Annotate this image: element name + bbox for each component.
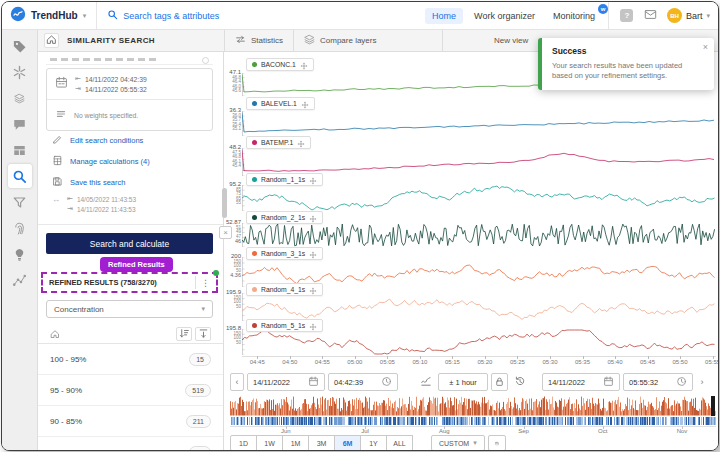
tab-compare-layers[interactable]: Compare layers: [294, 30, 386, 52]
series-chip[interactable]: Random_3_1s: [246, 247, 323, 260]
minimap-canvas[interactable]: [230, 396, 716, 425]
close-panel-button[interactable]: ×: [219, 226, 232, 239]
end-date-field[interactable]: 14/11/2022: [542, 373, 620, 391]
custom-range-button[interactable]: CUSTOM▾: [431, 435, 485, 451]
concentration-select[interactable]: Concentration ▾: [46, 300, 213, 318]
home-small-icon: [50, 325, 60, 343]
lock-button[interactable]: [491, 373, 508, 391]
nav-monitoring[interactable]: Monitoringw: [546, 8, 602, 24]
panel-header: SIMILARITY SEARCH: [38, 33, 224, 48]
start-time-field[interactable]: 04:42:39: [328, 373, 398, 391]
help-button[interactable]: ?: [619, 8, 635, 24]
result-bucket-row[interactable]: 85 - 80%13: [38, 437, 223, 450]
trend-compare-button[interactable]: [417, 373, 435, 391]
series-chip[interactable]: BACONC.1: [246, 58, 314, 71]
move-icon[interactable]: [309, 317, 317, 335]
axis-tick-label: 05:20: [473, 359, 497, 365]
end-time-field[interactable]: 05:55:32: [623, 373, 693, 391]
mail-button[interactable]: [643, 8, 659, 24]
series-color-dot: [252, 287, 257, 292]
app-brand[interactable]: TrendHub ▾: [10, 6, 86, 26]
axis-tick-label: 05:45: [636, 359, 660, 365]
statistics-icon: [235, 34, 246, 47]
series-plot[interactable]: [242, 185, 716, 211]
move-icon[interactable]: [300, 56, 308, 74]
move-icon[interactable]: [309, 281, 317, 299]
rail-comment-icon[interactable]: [8, 112, 32, 136]
window-size-field[interactable]: ± 1 hour: [438, 373, 488, 391]
icon-rail: [2, 30, 38, 450]
series-plot[interactable]: [242, 223, 716, 247]
axis-tick-label: 05:00: [343, 359, 367, 365]
scrolled-row[interactable]: [46, 54, 213, 65]
home-button[interactable]: [44, 33, 59, 48]
series-chip[interactable]: Random_4_1s: [246, 283, 323, 296]
step-back-button[interactable]: ‹: [230, 373, 244, 391]
rail-search-icon[interactable]: [8, 164, 32, 188]
refined-results-tooltip: Refined Results: [100, 257, 173, 272]
search-and-calculate-button[interactable]: Search and calculate: [46, 233, 213, 254]
axis-tick-label: 04:50: [278, 359, 302, 365]
series-chip[interactable]: Random_5_1s: [246, 319, 323, 332]
divider: [195, 276, 196, 289]
zoom-6m-button[interactable]: 6M: [334, 435, 361, 451]
rail-tag-icon[interactable]: [8, 34, 32, 58]
manage-calculations-link[interactable]: Manage calculations (4): [52, 155, 150, 168]
global-search[interactable]: Search tags & attributes: [107, 9, 219, 22]
period-end: 14/11/2022 11:43:53: [77, 206, 136, 213]
series-name: BACONC.1: [261, 61, 296, 68]
tab-label: Statistics: [251, 36, 283, 45]
zoom-3m-button[interactable]: 3M: [308, 435, 335, 451]
series-plot[interactable]: [242, 111, 716, 136]
tab-new-view[interactable]: New view: [484, 36, 538, 45]
rail-layers-icon[interactable]: [8, 86, 32, 110]
zoom-1m-button[interactable]: 1M: [282, 435, 309, 451]
tab-statistics[interactable]: Statistics: [225, 30, 293, 52]
result-bucket-row[interactable]: 100 - 95%15: [38, 344, 223, 375]
collapse-button[interactable]: [195, 327, 211, 341]
results-count: REFINED RESULTS (758/3270): [49, 278, 195, 287]
series-chip[interactable]: BATEMP.1: [246, 136, 311, 149]
brand-chevron-icon[interactable]: ▾: [83, 12, 87, 20]
custom-calendar-button[interactable]: [488, 435, 506, 451]
move-icon[interactable]: [301, 95, 309, 113]
series-chip[interactable]: BALEVEL.1: [246, 97, 315, 110]
nav-home[interactable]: Home: [425, 8, 463, 24]
user-menu[interactable]: BH Bart ▾: [667, 8, 710, 23]
panel-scrollbar[interactable]: [222, 188, 227, 218]
refined-results-header[interactable]: REFINED RESULTS (758/3270) ⋮: [41, 272, 218, 293]
rail-bulb-icon[interactable]: [8, 242, 32, 266]
zoom-1y-button[interactable]: 1Y: [360, 435, 387, 451]
kebab-menu-icon[interactable]: ⋮: [201, 278, 210, 288]
series-color-dot: [252, 215, 257, 220]
series-color-dot: [252, 251, 257, 256]
rail-filter-icon[interactable]: [8, 190, 32, 214]
calendar-icon: [603, 376, 614, 389]
step-forward-button[interactable]: ›: [696, 373, 708, 391]
month-label: Jul: [354, 428, 376, 434]
rail-formula-icon[interactable]: [8, 60, 32, 84]
result-bucket-row[interactable]: 95 - 90%519: [38, 375, 223, 406]
zoom-all-button[interactable]: ALL: [386, 435, 413, 451]
move-icon[interactable]: [297, 134, 305, 152]
nav-work-organizer[interactable]: Work organizer: [467, 8, 542, 24]
save-search-link[interactable]: Save this search: [52, 176, 125, 189]
start-date-field[interactable]: 14/11/2022: [247, 373, 325, 391]
rail-dashboard-icon[interactable]: [8, 138, 32, 162]
zoom-1d-button[interactable]: 1D: [230, 435, 257, 451]
sort-button[interactable]: [176, 327, 192, 341]
history-button[interactable]: [511, 373, 529, 391]
zoom-1w-button[interactable]: 1W: [256, 435, 283, 451]
move-icon[interactable]: [309, 171, 317, 189]
close-icon[interactable]: ×: [703, 42, 708, 52]
move-icon[interactable]: [309, 245, 317, 263]
move-icon[interactable]: [309, 209, 317, 227]
series-chip[interactable]: Random_1_1s: [246, 173, 323, 186]
rail-scatter-icon[interactable]: [8, 268, 32, 292]
series-chip[interactable]: Random_2_1s: [246, 211, 323, 224]
result-bucket-row[interactable]: 90 - 85%211: [38, 406, 223, 437]
edit-search-conditions-link[interactable]: Edit search conditions: [52, 134, 143, 147]
rail-fingerprint-icon[interactable]: [8, 216, 32, 240]
toast-message: Your search results have been updated ba…: [552, 61, 704, 81]
series-name: Random_4_1s: [261, 286, 305, 293]
